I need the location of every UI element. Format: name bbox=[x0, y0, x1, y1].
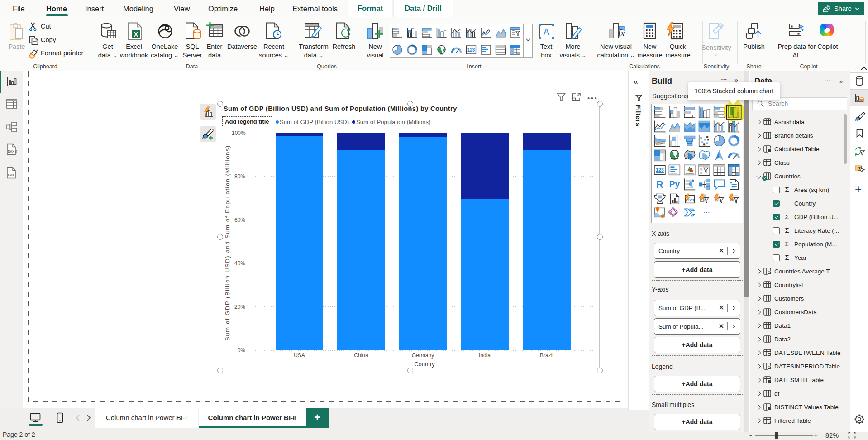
svg-text:123: 123 bbox=[467, 48, 475, 53]
svg-text:DAX: DAX bbox=[8, 150, 14, 153]
svg-text:...: ... bbox=[704, 207, 710, 214]
svg-text:R: R bbox=[656, 179, 663, 190]
svg-text:fx: fx bbox=[618, 28, 625, 38]
svg-text:TMDL: TMDL bbox=[8, 173, 16, 177]
svg-text:X: X bbox=[134, 31, 138, 38]
svg-text:Py: Py bbox=[669, 179, 680, 189]
svg-text:A: A bbox=[544, 27, 550, 37]
svg-text:123: 123 bbox=[656, 167, 664, 172]
